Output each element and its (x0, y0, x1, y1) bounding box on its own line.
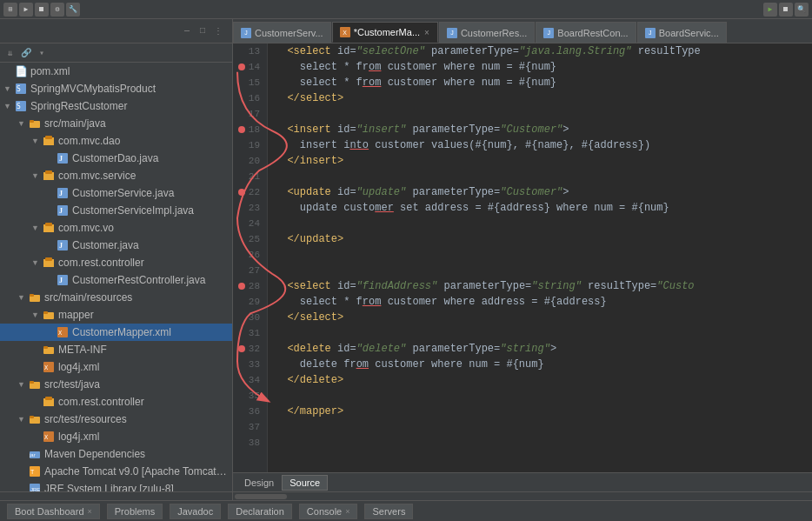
tree-item-meta-inf[interactable]: META-INF (0, 341, 232, 358)
tree-item-pom[interactable]: 📄pom.xml (0, 63, 232, 80)
line-num-text: 20 (249, 153, 260, 169)
tree-arrow-spring-mvc[interactable]: ▼ (3, 84, 14, 93)
breakpoint-dot[interactable] (238, 345, 245, 352)
panel-bottom-scrollbar[interactable] (0, 491, 232, 500)
tree-item-customerdao[interactable]: JCustomerDao.java (0, 150, 232, 167)
tree-label-pom: pom.xml (30, 65, 70, 77)
editor-tab-tab1[interactable]: JCustomerServ... (233, 22, 331, 43)
tree-item-jre[interactable]: JREJRE System Library [zulu-8] (0, 480, 232, 491)
code-token (275, 137, 300, 153)
tree-item-src-test-java[interactable]: ▼src/test/java (0, 376, 232, 393)
code-token: customer values(#{num}, #{name}, #{addre… (369, 137, 650, 153)
tab-close-button[interactable]: × (423, 28, 430, 37)
tree-arrow-spring-rest[interactable]: ▼ (3, 102, 14, 110)
tab-java-icon: J (241, 28, 251, 38)
panel-menu-icon[interactable]: ⋮ (211, 24, 225, 38)
tree-item-customerserviceimpl[interactable]: JCustomerServiceImpl.java (0, 202, 232, 219)
toolbar-icon-2[interactable]: ▶ (19, 3, 33, 17)
editor-tab-tab2[interactable]: X*CustomerMa...× (332, 22, 438, 43)
breakpoint-dot[interactable] (238, 63, 245, 70)
tree-icon-src-test-java (28, 377, 42, 391)
status-tab-close[interactable]: × (88, 507, 92, 516)
tree-arrow-com-mvc-vo[interactable]: ▼ (31, 224, 42, 232)
line-number-17: 17 (236, 106, 260, 122)
status-tab-console[interactable]: Console× (299, 504, 358, 519)
tree-item-customer[interactable]: JCustomer.java (0, 237, 232, 254)
breakpoint-dot[interactable] (238, 283, 245, 290)
tree-item-customerrestcontroller[interactable]: JCustomerRestController.java (0, 271, 232, 289)
tree-arrow-com-mvc-dao[interactable]: ▼ (31, 137, 42, 145)
line-number-28: 28 (236, 278, 260, 294)
status-tab-servers[interactable]: Servers (364, 504, 413, 519)
maximize-icon[interactable]: □ (196, 24, 210, 38)
toolbar-icon-stop[interactable]: ⏹ (779, 3, 793, 17)
toolbar-icon-1[interactable]: ⊞ (3, 3, 17, 17)
tree-arrow-src-main-java[interactable]: ▼ (17, 119, 28, 128)
h-scroll-thumb[interactable] (235, 494, 287, 499)
minimize-icon[interactable]: — (180, 24, 194, 38)
breakpoint-dot[interactable] (238, 126, 245, 133)
tree-arrow-src-test-resources[interactable]: ▼ (17, 415, 28, 424)
tree-item-customermapper[interactable]: XCustomerMapper.xml (0, 324, 232, 341)
code-area[interactable]: <select id="selectOne" parameterType="ja… (268, 43, 812, 472)
svg-rect-39 (30, 416, 34, 418)
status-tab-boot-dashboard[interactable]: Boot Dashboard× (7, 504, 100, 519)
breakpoint-dot[interactable] (238, 189, 245, 196)
panel-header: — □ ⋮ (0, 19, 232, 43)
tree-item-tomcat[interactable]: TApache Tomcat v9.0 [Apache Tomcat… (0, 463, 232, 480)
tree-arrow-mapper[interactable]: ▼ (31, 311, 42, 319)
tree-item-com-mvc-service[interactable]: ▼com.mvc.service (0, 167, 232, 184)
tree-item-src-test-resources[interactable]: ▼src/test/resources (0, 411, 232, 428)
toolbar-icon-run[interactable]: ▶ (763, 3, 777, 17)
bottom-tab-source[interactable]: Source (282, 475, 328, 491)
tree-arrow-com-mvc-service[interactable]: ▼ (31, 171, 42, 180)
tree-arrow-src-test-java[interactable]: ▼ (17, 380, 28, 389)
tree-item-com-rest-controller[interactable]: ▼com.rest.controller (0, 254, 232, 271)
tree-icon-tomcat: T (28, 464, 42, 478)
tree-label-com-mvc-service: com.mvc.service (58, 170, 136, 182)
editor-tab-tab3[interactable]: JCustomerRes... (439, 22, 535, 43)
toolbar-icon-4[interactable]: ⚙ (50, 3, 64, 17)
editor-content[interactable]: 1314151617181920212223242526272829303132… (233, 43, 812, 472)
code-line-13: <select id="selectOne" parameterType="ja… (275, 43, 805, 59)
status-tab-declaration[interactable]: Declaration (228, 504, 292, 519)
tree-item-src-main-resources[interactable]: ▼src/main/resources (0, 289, 232, 306)
tree-icon-src-main-java (28, 117, 42, 130)
editor-tab-tab4[interactable]: JBoardRestCon... (536, 22, 636, 43)
status-tab-close[interactable]: × (345, 507, 349, 516)
line-number-22: 22 (236, 184, 260, 200)
collapse-all-icon[interactable]: ⇊ (3, 46, 17, 60)
status-tab-label: Boot Dashboard (15, 506, 84, 517)
code-token: > (550, 341, 556, 357)
code-line-15: select * from customer where num = #{num… (275, 75, 805, 90)
tree-arrow-com-rest-controller[interactable]: ▼ (31, 258, 42, 267)
tree-item-log4j2[interactable]: Xlog4j.xml (0, 428, 232, 445)
tree-item-spring-mvc[interactable]: ▼SSpringMVCMybatisProduct (0, 80, 232, 97)
tree-item-src-main-java[interactable]: ▼src/main/java (0, 115, 232, 132)
toolbar-icon-search[interactable]: 🔍 (795, 3, 809, 17)
bottom-tab-design[interactable]: Design (236, 475, 282, 491)
tree-item-customerservice[interactable]: JCustomerService.java (0, 184, 232, 202)
tree-item-spring-rest[interactable]: ▼SSpringRestCustomer (0, 97, 232, 115)
link-editor-icon[interactable]: 🔗 (19, 46, 33, 60)
horizontal-scrollbar[interactable] (233, 491, 812, 500)
tree-item-mapper[interactable]: ▼mapper (0, 306, 232, 324)
code-line-25: </update> (275, 231, 805, 247)
editor-tab-tab5[interactable]: JBoardServic... (637, 22, 727, 43)
tree-item-com-mvc-dao[interactable]: ▼com.mvc.dao (0, 132, 232, 150)
package-explorer-tree[interactable]: 📄pom.xml▼SSpringMVCMybatisProduct▼SSprin… (0, 63, 232, 491)
tree-menu-icon[interactable]: ▾ (35, 46, 49, 60)
line-number-34: 34 (236, 372, 260, 388)
code-token (275, 122, 287, 137)
toolbar-icon-3[interactable]: ⏹ (35, 3, 49, 17)
status-tab-problems[interactable]: Problems (107, 504, 163, 519)
tree-item-log4j[interactable]: Xlog4j.xml (0, 358, 232, 376)
svg-rect-35 (30, 381, 34, 384)
tree-item-com-rest-controller2[interactable]: com.rest.controller (0, 393, 232, 411)
status-tab-javadoc[interactable]: Javadoc (170, 504, 221, 519)
tree-icon-com-rest-controller2 (42, 395, 56, 409)
tree-item-com-mvc-vo[interactable]: ▼com.mvc.vo (0, 219, 232, 237)
tree-item-maven-deps[interactable]: jarMaven Dependencies (0, 445, 232, 463)
toolbar-icon-5[interactable]: 🔧 (66, 3, 80, 17)
tree-arrow-src-main-resources[interactable]: ▼ (17, 293, 28, 302)
